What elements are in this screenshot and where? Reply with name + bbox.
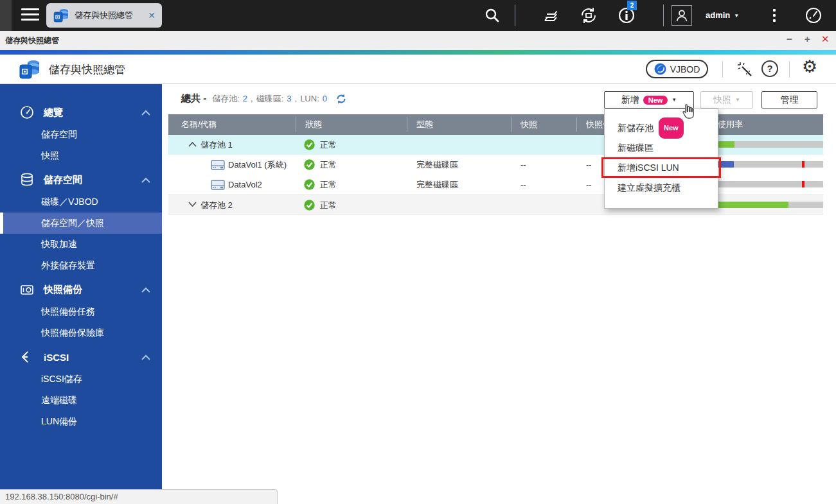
manage-button[interactable]: 管理: [761, 91, 817, 109]
user-icon: [674, 8, 689, 23]
window-title: 儲存與快照總管: [5, 35, 59, 46]
more-options-icon[interactable]: [773, 9, 776, 24]
chevron-up-icon: [141, 177, 150, 183]
main-menu-icon[interactable]: [21, 8, 39, 22]
background-tasks-button[interactable]: [541, 0, 560, 31]
sidebar-item-storage-snapshots[interactable]: 儲存空間／快照: [0, 213, 162, 234]
volume-name: DataVol1 (系統): [228, 155, 287, 175]
sidebar-item-external-storage[interactable]: 外接儲存裝置: [0, 255, 162, 276]
summary-line: 總共 - 儲存池:2, 磁碟區:3, LUN:0: [181, 92, 347, 105]
dashboard-button[interactable]: [803, 0, 824, 31]
usage-bar: [718, 202, 823, 208]
chevron-down-icon: ▼: [735, 97, 740, 103]
volume-count: 3: [287, 94, 291, 103]
snapshot-space-value: --: [586, 175, 592, 195]
sidebar-item-storage-space[interactable]: 儲存空間: [0, 124, 162, 145]
table-row[interactable]: DataVol1 (系統) 正常 完整磁碟區 -- --: [168, 155, 823, 175]
sidebar-group-snapshot-replica[interactable]: 快照備份: [0, 278, 162, 301]
status-ok-icon: [304, 139, 315, 150]
help-icon: ?: [761, 60, 778, 77]
snapshot-button[interactable]: 快照 ▼: [700, 91, 753, 109]
sidebar-item-remote-disk[interactable]: 遠端磁碟: [0, 390, 162, 411]
app-tab-label: 儲存與快照總管: [75, 10, 133, 21]
status-ok-icon: [304, 159, 315, 170]
header-divider: [722, 61, 723, 78]
chevron-up-icon: [141, 354, 150, 360]
col-status[interactable]: 狀態: [305, 114, 322, 135]
menu-item-new-volume[interactable]: 新磁碟區: [605, 138, 718, 158]
close-button[interactable]: ✕: [821, 33, 830, 45]
volume-name: DataVol2: [228, 175, 262, 195]
vjbod-button[interactable]: VJBOD: [646, 60, 708, 78]
table-row[interactable]: 儲存池 1 正常: [168, 135, 823, 155]
sidebar-group-storage[interactable]: 儲存空間: [0, 168, 162, 191]
collapse-chevron-icon[interactable]: [188, 141, 197, 147]
camera-icon: [19, 282, 35, 297]
col-snapshots[interactable]: 快照: [520, 114, 537, 135]
user-menu[interactable]: admin▼: [706, 10, 739, 20]
create-button[interactable]: 新增 New ▼: [604, 91, 694, 109]
usage-bar: [718, 181, 823, 187]
menu-item-new-storage-pool[interactable]: 新儲存池 New: [605, 118, 718, 138]
desktop-edge: [0, 0, 12, 31]
help-button[interactable]: ?: [761, 60, 778, 77]
col-usage[interactable]: 使用率: [718, 114, 743, 135]
snapshots-value: --: [520, 155, 526, 175]
refresh-icon[interactable]: [335, 93, 347, 105]
sidebar-item-iscsi-storage[interactable]: iSCSI儲存: [0, 369, 162, 390]
storage-app-icon: [18, 58, 41, 81]
pool-name: 儲存池 1: [200, 135, 233, 155]
external-device-button[interactable]: [578, 0, 599, 31]
expand-chevron-icon[interactable]: [188, 202, 197, 207]
status-ok-icon: [304, 179, 315, 190]
col-type[interactable]: 型態: [416, 114, 433, 135]
status-text: 正常: [320, 195, 337, 215]
sidebar-group-overview[interactable]: 總覽: [0, 101, 162, 124]
storage-app-icon: [53, 7, 69, 24]
sidebar-item-snapshot-replica-job[interactable]: 快照備份任務: [0, 301, 162, 322]
vjbod-label: VJBOD: [670, 64, 700, 74]
chevron-down-icon: ▼: [671, 97, 677, 103]
sidebar-nav: 總覽 儲存空間 快照 儲存空間 磁碟／VJBOD 儲存空間／快照 快取加速 外接…: [0, 84, 162, 504]
search-button[interactable]: [484, 0, 501, 31]
table-header: 名稱/代稱 狀態 型態 快照 快照佔用空間 使用率: [168, 114, 823, 135]
iscsi-icon: [19, 349, 35, 365]
search-icon: [484, 7, 501, 24]
pool-name: 儲存池 2: [200, 195, 233, 215]
status-text: 正常: [320, 155, 337, 175]
sidebar-item-snapshot-vault[interactable]: 快照備份保險庫: [0, 322, 162, 343]
sidebar-item-snapshot[interactable]: 快照: [0, 145, 162, 166]
header-divider: [789, 61, 790, 78]
sidebar-group-iscsi[interactable]: iSCSI: [0, 345, 162, 369]
app-tab[interactable]: 儲存與快照總管 ✕: [46, 3, 162, 28]
status-url: 192.168.38.150:8080/cgi-bin/#: [5, 492, 118, 501]
recommend-wand-button[interactable]: [736, 60, 754, 81]
chevron-up-icon: [141, 110, 150, 116]
sidebar-item-lun-backup[interactable]: LUN備份: [0, 411, 162, 432]
maximize-button[interactable]: +: [805, 33, 810, 44]
sidebar-item-disks-vjbod[interactable]: 磁碟／VJBOD: [0, 191, 162, 213]
tray-divider: [515, 4, 515, 26]
col-name[interactable]: 名稱/代稱: [181, 114, 217, 135]
minimize-button[interactable]: −: [787, 33, 792, 44]
table-row[interactable]: 儲存池 2 正常: [168, 195, 823, 214]
tab-close-icon[interactable]: ✕: [148, 10, 156, 21]
pool-count: 2: [243, 94, 247, 103]
summary-title: 總共 -: [181, 92, 206, 105]
menu-item-create-vjbod[interactable]: 建立虛擬擴充櫃: [605, 178, 718, 198]
vjbod-icon: [654, 63, 666, 75]
sidebar-item-cache-acceleration[interactable]: 快取加速: [0, 234, 162, 255]
database-icon: [19, 172, 35, 187]
device-sync-icon: [578, 5, 599, 26]
menu-item-new-iscsi-lun[interactable]: 新增iSCSI LUN: [605, 158, 718, 178]
new-badge: New: [659, 117, 684, 139]
main-content: 總共 - 儲存池:2, 磁碟區:3, LUN:0 新增 New ▼ 快照 ▼ 管…: [162, 84, 836, 504]
settings-button[interactable]: ⚙: [802, 58, 817, 76]
table-row[interactable]: DataVol2 正常 完整磁碟區 -- --: [168, 175, 823, 195]
lun-count: 0: [323, 94, 327, 103]
snapshot-space-value: --: [586, 155, 592, 175]
user-avatar[interactable]: [671, 5, 692, 26]
notification-count-badge: 2: [627, 1, 637, 10]
notifications-button[interactable]: 2: [617, 0, 636, 31]
status-ok-icon: [304, 200, 315, 211]
